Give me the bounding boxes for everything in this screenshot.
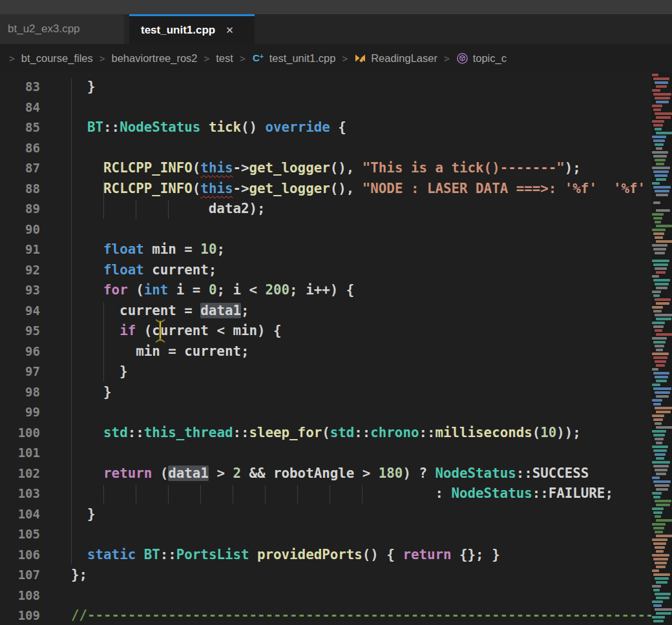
minimap-line xyxy=(652,569,659,572)
breadcrumb-label: test_unit1.cpp xyxy=(269,52,336,65)
line-number: 95 xyxy=(0,321,40,342)
code-line: 92 float current; xyxy=(0,260,651,281)
line-number: 89 xyxy=(0,199,40,220)
minimap-line xyxy=(656,178,666,181)
minimap-line xyxy=(656,163,664,165)
minimap-line xyxy=(653,387,671,390)
breadcrumb-item-behaviortree-ros2[interactable]: behaviortree_ros2 xyxy=(112,52,198,65)
line-number: 99 xyxy=(0,402,40,423)
minimap-line xyxy=(656,535,672,537)
minimap-line xyxy=(655,453,666,456)
indent-guide xyxy=(103,485,104,504)
minimap-line xyxy=(652,446,668,448)
minimap-line xyxy=(655,562,667,564)
minimap-line xyxy=(652,353,669,355)
minimap-line xyxy=(656,442,662,444)
code-line: 102 return (data1 > 2 && robotAngle > 18… xyxy=(0,464,651,484)
minimap-line xyxy=(653,93,671,96)
code-line: 89 data2); xyxy=(0,199,651,220)
code-text: float min = 10; xyxy=(71,240,225,260)
minimap-line xyxy=(656,597,669,599)
breadcrumb-item-readinglaser[interactable]: ReadingLaser xyxy=(354,52,437,65)
tab-bt-u2-ex3[interactable]: bt_u2_ex3.cpp xyxy=(0,14,124,44)
minimap-line xyxy=(656,147,662,150)
minimap-line xyxy=(656,364,665,367)
tab-test-unit1[interactable]: test_unit1.cpp ✕ xyxy=(129,14,255,44)
close-icon[interactable]: ✕ xyxy=(226,25,234,36)
minimap-line xyxy=(655,267,667,270)
code-text: } xyxy=(71,362,128,382)
minimap-line xyxy=(656,457,664,460)
minimap-line xyxy=(653,372,669,374)
minimap-line xyxy=(655,469,667,471)
breadcrumb-item-bt-course-files[interactable]: bt_course_files xyxy=(21,52,93,65)
minimap-line xyxy=(653,310,662,312)
tab-label: test_unit1.cpp xyxy=(141,24,215,37)
minimap-line xyxy=(655,329,662,332)
minimap-line xyxy=(653,573,670,576)
line-number: 102 xyxy=(0,464,40,484)
breadcrumb-item-test-unit1-cpp[interactable]: C+test_unit1.cpp xyxy=(252,52,336,65)
minimap-line xyxy=(653,620,664,622)
minimap-line xyxy=(652,182,660,185)
minimap-line xyxy=(653,155,667,158)
minimap-line xyxy=(656,333,672,336)
chevron-right-icon: > xyxy=(204,53,210,64)
code-text: } xyxy=(71,382,112,403)
code-editor[interactable]: 83 }8485 BT::NodeStatus tick() override … xyxy=(0,72,672,625)
minimap-line xyxy=(655,500,671,502)
minimap-line xyxy=(655,484,669,487)
code-line: 94 current = data1; xyxy=(0,301,651,322)
indent-guide xyxy=(233,485,233,504)
minimap-line xyxy=(656,209,670,212)
line-number: 105 xyxy=(0,524,40,545)
minimap-line xyxy=(652,461,670,464)
code-text: BT::NodeStatus tick() override { xyxy=(71,118,346,138)
chevron-right-icon: > xyxy=(444,53,450,64)
code-text: } xyxy=(71,77,96,97)
breadcrumb-label: ReadingLaser xyxy=(371,52,437,65)
minimap-line xyxy=(656,302,669,305)
minimap-line xyxy=(656,271,666,274)
minimap-line xyxy=(655,236,663,239)
minimap-line xyxy=(652,260,669,262)
line-number: 98 xyxy=(0,382,40,403)
indent-guide xyxy=(265,485,266,504)
code-text: std::this_thread::sleep_for(std::chrono:… xyxy=(71,423,581,444)
minimap-line xyxy=(653,279,670,282)
code-text: for (int i = 0; i < 200; i++) { xyxy=(71,280,354,301)
minimap-line xyxy=(656,426,672,429)
breadcrumb-item-test[interactable]: test xyxy=(216,52,233,65)
code-area[interactable]: 83 }8485 BT::NodeStatus tick() override … xyxy=(0,72,651,625)
code-text: min = current; xyxy=(71,342,249,362)
minimap-line xyxy=(655,515,661,518)
code-line: 86 xyxy=(0,138,651,159)
editor-tab-bar: bt_u2_ex3.cpp test_unit1.cpp ✕ xyxy=(0,14,672,44)
indent-guide xyxy=(168,200,169,219)
minimap-line xyxy=(656,318,671,320)
minimap-line xyxy=(652,136,666,138)
text-ibeam-cursor xyxy=(154,318,168,344)
minimap-line xyxy=(656,504,670,506)
line-number: 108 xyxy=(0,586,40,606)
minimap-line xyxy=(655,97,670,99)
tab-label: bt_u2_ex3.cpp xyxy=(8,23,80,36)
code-text: static BT::PortsList providedPorts() { r… xyxy=(71,545,500,566)
minimap-line xyxy=(653,511,662,514)
minimap-line xyxy=(653,263,668,266)
minimap-line xyxy=(652,384,660,386)
minimap[interactable] xyxy=(651,72,672,625)
breadcrumb-item-topic-c[interactable]: topic_c xyxy=(456,52,507,65)
line-number: 85 xyxy=(0,118,40,138)
breadcrumb-label: behaviortree_ros2 xyxy=(112,52,198,65)
code-line: 103 : NodeStatus::FAILURE; xyxy=(0,484,651,504)
minimap-line xyxy=(653,418,663,421)
minimap-line xyxy=(656,380,667,382)
code-line: 85 BT::NodeStatus tick() override { xyxy=(0,118,651,138)
minimap-line xyxy=(655,345,664,347)
code-line: 108 xyxy=(0,586,651,606)
line-number: 107 xyxy=(0,565,40,586)
minimap-line xyxy=(656,85,667,88)
code-line: 96 min = current; xyxy=(0,342,651,362)
minimap-line xyxy=(652,430,666,433)
